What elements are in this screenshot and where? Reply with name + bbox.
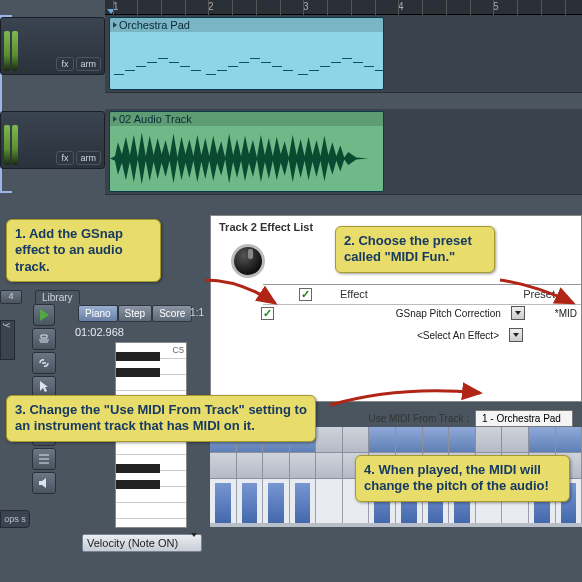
velocity-cell[interactable] (237, 479, 264, 523)
step-mode-button[interactable]: Step (118, 305, 153, 322)
octave-label: C5 (172, 345, 184, 355)
step-cell[interactable] (423, 427, 450, 452)
step-cell[interactable] (343, 427, 370, 452)
clip-name: Orchestra Pad (119, 19, 190, 31)
velocity-cell[interactable] (316, 479, 343, 523)
audio-clip[interactable]: 02 Audio Track (109, 111, 384, 192)
arrow-3 (320, 381, 490, 413)
midi-notes (110, 32, 383, 89)
velocity-cell[interactable] (290, 479, 317, 523)
clip-name: 02 Audio Track (119, 113, 192, 125)
velocity-label: Velocity (Note ON) (87, 537, 178, 549)
callout-2: 2. Choose the preset called "MIDI Fun." (335, 226, 495, 273)
arrow-2 (495, 275, 582, 317)
arm-button[interactable]: arm (76, 57, 102, 71)
effect-knob-icon (231, 244, 265, 278)
step-cell[interactable] (556, 427, 582, 452)
track-lane-1[interactable]: Orchestra Pad (105, 15, 582, 93)
tool-speaker[interactable] (32, 472, 56, 494)
step-cell[interactable] (237, 453, 264, 478)
side-tab[interactable]: y (0, 320, 15, 360)
piano-mode-button[interactable]: Piano (78, 305, 118, 322)
level-meter (4, 31, 10, 71)
effect-column-header: Effect (340, 288, 368, 301)
library-tab[interactable]: Library (35, 290, 80, 304)
step-cell[interactable] (396, 427, 423, 452)
effect-row-empty[interactable]: <Select An Effect> (231, 324, 581, 346)
step-cell[interactable] (290, 453, 317, 478)
timeline-ruler[interactable]: 12345 (105, 0, 582, 15)
tool-select[interactable] (32, 448, 56, 470)
velocity-cell[interactable] (210, 479, 237, 523)
arm-button[interactable]: arm (76, 151, 102, 165)
velocity-cell[interactable] (263, 479, 290, 523)
step-cell[interactable] (449, 427, 476, 452)
panel-num: 4 (0, 290, 22, 304)
level-meter (4, 125, 10, 165)
chevron-down-icon (513, 333, 519, 337)
loops-tab[interactable]: ops s (0, 510, 30, 528)
fx-button[interactable]: fx (56, 151, 73, 165)
enable-all-checkbox[interactable]: ✓ (299, 288, 312, 301)
callout-3: 3. Change the "Use MIDI From Track" sett… (6, 395, 316, 442)
track-lane-2[interactable]: 02 Audio Track (105, 109, 582, 195)
callout-4: 4. When played, the MIDI will change the… (355, 455, 570, 502)
level-meter (12, 31, 18, 71)
step-cell[interactable] (210, 453, 237, 478)
effect-placeholder: <Select An Effect> (417, 330, 499, 341)
velocity-selector[interactable]: Velocity (Note ON) (82, 534, 202, 552)
tool-link[interactable] (32, 352, 56, 374)
step-cell[interactable] (316, 427, 343, 452)
dropdown-icon (191, 537, 197, 549)
level-meter (12, 125, 18, 165)
step-cell[interactable] (316, 453, 343, 478)
score-mode-button[interactable]: Score (152, 305, 192, 322)
step-cell[interactable] (529, 427, 556, 452)
waveform (110, 126, 383, 191)
arrow-1 (200, 275, 290, 317)
step-cell[interactable] (369, 427, 396, 452)
play-icon (40, 309, 49, 321)
midi-clip[interactable]: Orchestra Pad (109, 17, 384, 90)
step-cell[interactable] (263, 453, 290, 478)
step-cell[interactable] (476, 427, 503, 452)
time-display: 01:02.968 (75, 326, 124, 338)
track-header-1[interactable]: fx arm (0, 17, 105, 75)
effect-dropdown[interactable] (509, 328, 523, 342)
effect-name: GSnap Pitch Correction (396, 308, 501, 319)
expand-icon[interactable] (113, 116, 117, 122)
fx-button[interactable]: fx (56, 57, 73, 71)
step-cell[interactable] (502, 427, 529, 452)
tool-slip[interactable] (32, 328, 56, 350)
track-header-2[interactable]: fx arm (0, 111, 105, 169)
expand-icon[interactable] (113, 22, 117, 28)
callout-1: 1. Add the GSnap effect to an audio trac… (6, 219, 161, 282)
play-button[interactable] (33, 304, 55, 326)
midi-from-label: Use MIDI From Track : (368, 413, 469, 424)
